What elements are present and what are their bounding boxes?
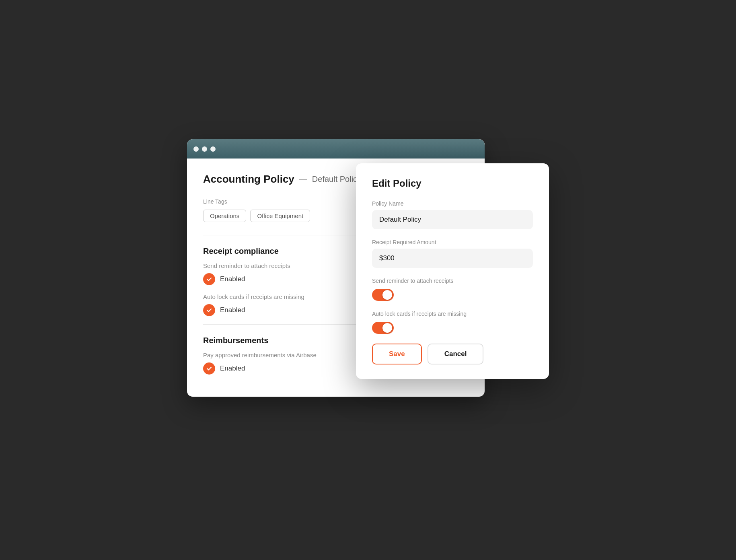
traffic-light-maximize[interactable] xyxy=(210,146,216,152)
auto-lock-status-label: Enabled xyxy=(220,306,245,314)
policy-name-field: Policy Name xyxy=(372,200,533,229)
send-reminder-toggle-field: Send reminder to attach receipts xyxy=(372,278,533,301)
modal-actions: Save Cancel xyxy=(372,344,533,364)
auto-lock-toggle-field: Auto lock cards if receipts are missing xyxy=(372,311,533,334)
auto-lock-check-icon xyxy=(203,304,215,316)
modal-title: Edit Policy xyxy=(372,178,533,189)
auto-lock-toggle-label: Auto lock cards if receipts are missing xyxy=(372,311,533,317)
page-title: Accounting Policy xyxy=(203,173,294,185)
send-reminder-toggle-knob xyxy=(382,290,392,300)
traffic-light-minimize[interactable] xyxy=(202,146,207,152)
traffic-light-close[interactable] xyxy=(193,146,199,152)
reminder-check-icon xyxy=(203,273,215,285)
reimbursements-check-icon xyxy=(203,362,215,375)
save-button[interactable]: Save xyxy=(372,344,422,364)
receipt-amount-field: Receipt Required Amount xyxy=(372,239,533,268)
auto-lock-toggle[interactable] xyxy=(372,322,394,334)
policy-name-label: Policy Name xyxy=(372,200,533,207)
reminder-status-label: Enabled xyxy=(220,275,245,283)
send-reminder-toggle-label: Send reminder to attach receipts xyxy=(372,278,533,284)
tag-office-equipment[interactable]: Office Equipment xyxy=(250,210,310,222)
send-reminder-toggle[interactable] xyxy=(372,289,394,301)
auto-lock-toggle-knob xyxy=(382,323,392,333)
tag-operations[interactable]: Operations xyxy=(203,210,246,222)
edit-policy-modal: Edit Policy Policy Name Receipt Required… xyxy=(356,163,549,379)
reimbursements-status-label: Enabled xyxy=(220,364,245,373)
receipt-amount-label: Receipt Required Amount xyxy=(372,239,533,245)
cancel-button[interactable]: Cancel xyxy=(428,344,484,364)
policy-name-header: Default Policy xyxy=(312,175,361,184)
titlebar xyxy=(187,139,485,159)
scene: Accounting Policy — Default Policy Line … xyxy=(187,139,549,421)
title-separator: — xyxy=(299,175,307,184)
policy-name-input[interactable] xyxy=(372,210,533,229)
receipt-amount-input[interactable] xyxy=(372,249,533,268)
